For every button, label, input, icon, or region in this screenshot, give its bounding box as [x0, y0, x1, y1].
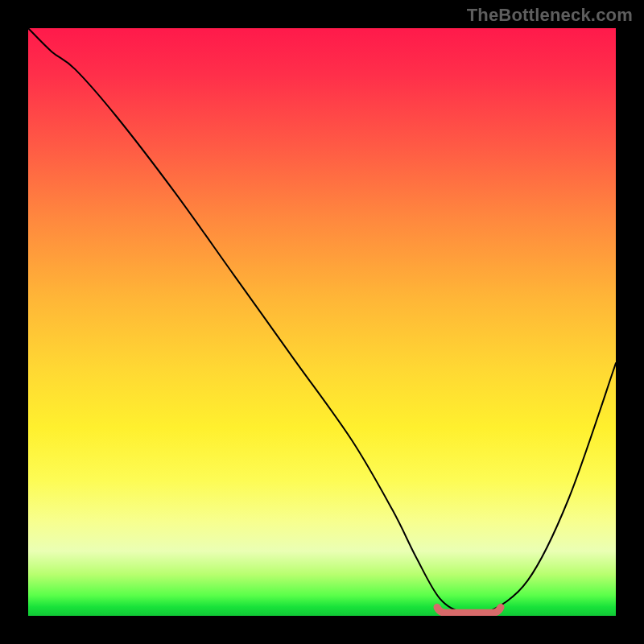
watermark-text: TheBottleneck.com [467, 5, 633, 26]
chart-frame: TheBottleneck.com [0, 0, 644, 644]
valley-highlight [437, 607, 501, 613]
curve-svg [28, 28, 616, 616]
plot-area [28, 28, 616, 616]
bottleneck-curve [28, 28, 616, 616]
